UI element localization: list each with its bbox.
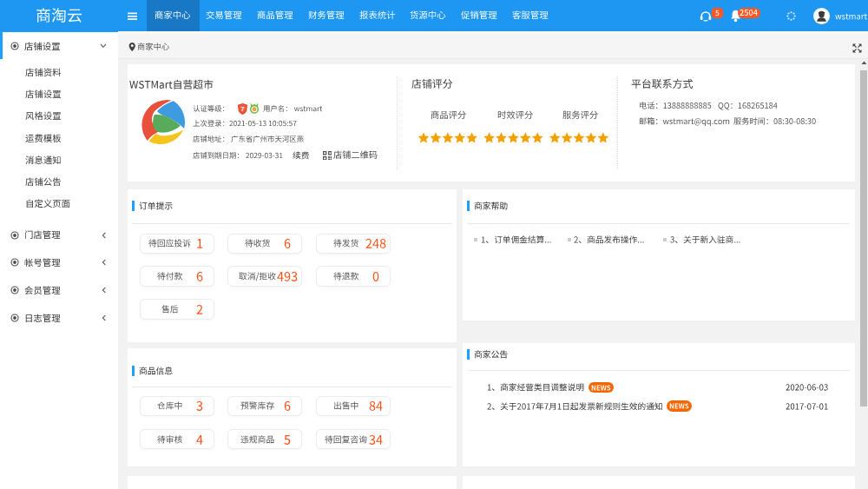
svg-text:7: 7 bbox=[240, 104, 244, 112]
